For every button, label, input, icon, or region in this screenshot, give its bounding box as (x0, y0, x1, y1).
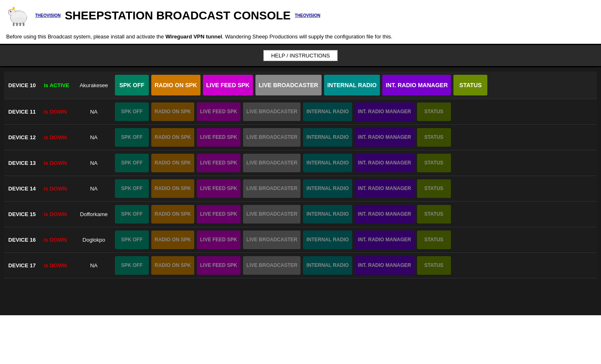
live-bcast-btn-17[interactable]: LIVE BROADCASTER (243, 256, 300, 275)
help-instructions-button[interactable]: HELP / INSTRUCTIONS (263, 50, 338, 61)
int-mgr-btn-13[interactable]: INT. RADIO MANAGER (355, 154, 415, 172)
live-bcast-btn-13[interactable]: LIVE BROADCASTER (243, 154, 300, 172)
live-bcast-btn-14[interactable]: LIVE BROADCASTER (243, 179, 300, 198)
spk-off-btn-13[interactable]: SPK OFF (115, 154, 149, 172)
sheep-logo (6, 4, 31, 27)
live-feed-btn-12[interactable]: LIVE FEED SPK (197, 128, 241, 147)
live-feed-btn-16[interactable]: LIVE FEED SPK (197, 231, 241, 249)
device-name-17: NA (75, 262, 112, 269)
device-status-10: is ACTIVE (44, 82, 73, 88)
live-bcast-btn-15[interactable]: LIVE BROADCASTER (243, 205, 300, 224)
svg-point-2 (10, 11, 12, 12)
live-bcast-btn-16[interactable]: LIVE BROADCASTER (243, 231, 300, 249)
device-name-11: NA (75, 109, 112, 115)
notice-text-before: Before using this Broadcast system, plea… (6, 33, 165, 40)
int-radio-btn-14[interactable]: INTERNAL RADIO (303, 179, 352, 198)
live-bcast-btn-10[interactable]: LIVE BROADCASTER (255, 75, 322, 95)
radio-spk-btn-14[interactable]: RADIO ON SPK (151, 179, 194, 198)
live-feed-btn-14[interactable]: LIVE FEED SPK (197, 179, 241, 198)
int-radio-btn-13[interactable]: INTERNAL RADIO (303, 154, 352, 172)
device-label-10: DEVICE 10 (8, 82, 41, 88)
theovision-right: THEOVISION (295, 13, 320, 18)
header: THEOVISION SHEEPSTATION BROADCAST CONSOL… (0, 0, 601, 31)
device-row-13: DEVICE 13is DOWNNASPK OFFRADIO ON SPKLIV… (4, 150, 597, 176)
int-mgr-btn-17[interactable]: INT. RADIO MANAGER (355, 256, 415, 275)
int-radio-btn-11[interactable]: INTERNAL RADIO (303, 102, 352, 121)
status-btn-10[interactable]: STATUS (453, 75, 487, 95)
spk-off-btn-16[interactable]: SPK OFF (115, 231, 149, 249)
svg-rect-7 (23, 23, 24, 26)
device-row-16: DEVICE 16is DOWNDoglokpoSPK OFFRADIO ON … (4, 227, 597, 253)
device-name-10: Akurakesee (75, 82, 112, 88)
spk-off-btn-12[interactable]: SPK OFF (115, 128, 149, 147)
status-btn-13[interactable]: STATUS (417, 154, 451, 172)
device-status-14: is DOWN (44, 186, 73, 192)
help-bar: HELP / INSTRUCTIONS (0, 44, 601, 67)
status-btn-15[interactable]: STATUS (417, 205, 451, 224)
int-radio-btn-12[interactable]: INTERNAL RADIO (303, 128, 352, 147)
live-feed-btn-10[interactable]: LIVE FEED SPK (203, 75, 253, 95)
int-radio-btn-16[interactable]: INTERNAL RADIO (303, 231, 352, 249)
device-status-13: is DOWN (44, 160, 73, 166)
svg-point-13 (13, 7, 14, 9)
int-mgr-btn-14[interactable]: INT. RADIO MANAGER (355, 179, 415, 198)
spk-off-btn-10[interactable]: SPK OFF (115, 75, 149, 95)
device-row-14: DEVICE 14is DOWNNASPK OFFRADIO ON SPKLIV… (4, 176, 597, 202)
radio-spk-btn-10[interactable]: RADIO ON SPK (151, 75, 200, 95)
spk-off-btn-11[interactable]: SPK OFF (115, 102, 149, 121)
svg-point-10 (22, 13, 27, 18)
radio-spk-btn-15[interactable]: RADIO ON SPK (151, 205, 194, 224)
svg-rect-6 (19, 23, 21, 26)
device-name-15: Dofforkame (75, 211, 112, 217)
device-label-12: DEVICE 12 (8, 134, 41, 140)
live-feed-btn-17[interactable]: LIVE FEED SPK (197, 256, 241, 275)
int-mgr-btn-11[interactable]: INT. RADIO MANAGER (355, 102, 415, 121)
notice: Before using this Broadcast system, plea… (0, 31, 601, 44)
int-mgr-btn-16[interactable]: INT. RADIO MANAGER (355, 231, 415, 249)
device-row-15: DEVICE 15is DOWNDofforkameSPK OFFRADIO O… (4, 202, 597, 227)
status-btn-12[interactable]: STATUS (417, 128, 451, 147)
status-btn-11[interactable]: STATUS (417, 102, 451, 121)
device-row-12: DEVICE 12is DOWNNASPK OFFRADIO ON SPKLIV… (4, 125, 597, 150)
vpn-label: Wireguard VPN tunnel (165, 33, 222, 40)
device-row-17: DEVICE 17is DOWNNASPK OFFRADIO ON SPKLIV… (4, 253, 597, 278)
radio-spk-btn-12[interactable]: RADIO ON SPK (151, 128, 194, 147)
int-mgr-btn-15[interactable]: INT. RADIO MANAGER (355, 205, 415, 224)
device-name-16: Doglokpo (75, 237, 112, 243)
device-status-16: is DOWN (44, 237, 73, 243)
live-feed-btn-15[interactable]: LIVE FEED SPK (197, 205, 241, 224)
live-bcast-btn-12[interactable]: LIVE BROADCASTER (243, 128, 300, 147)
int-mgr-btn-12[interactable]: INT. RADIO MANAGER (355, 128, 415, 147)
device-name-14: NA (75, 186, 112, 192)
notice-text-after: . Wandering Sheep Productions will suppl… (222, 33, 392, 40)
spk-off-btn-14[interactable]: SPK OFF (115, 179, 149, 198)
live-feed-btn-11[interactable]: LIVE FEED SPK (197, 102, 241, 121)
status-btn-17[interactable]: STATUS (417, 256, 451, 275)
device-name-13: NA (75, 160, 112, 166)
int-radio-btn-15[interactable]: INTERNAL RADIO (303, 205, 352, 224)
main-title: SHEEPSTATION BROADCAST CONSOLE (65, 9, 291, 22)
spk-off-btn-17[interactable]: SPK OFF (115, 256, 149, 275)
int-radio-btn-10[interactable]: INTERNAL RADIO (324, 75, 380, 95)
device-label-15: DEVICE 15 (8, 211, 41, 217)
status-btn-16[interactable]: STATUS (417, 231, 451, 249)
svg-point-3 (8, 10, 11, 11)
spk-off-btn-15[interactable]: SPK OFF (115, 205, 149, 224)
live-feed-btn-13[interactable]: LIVE FEED SPK (197, 154, 241, 172)
device-row-11: DEVICE 11is DOWNNASPK OFFRADIO ON SPKLIV… (4, 99, 597, 125)
device-label-17: DEVICE 17 (8, 262, 41, 269)
int-radio-btn-17[interactable]: INTERNAL RADIO (303, 256, 352, 275)
svg-rect-5 (16, 23, 18, 26)
device-status-15: is DOWN (44, 211, 73, 217)
live-bcast-btn-11[interactable]: LIVE BROADCASTER (243, 102, 300, 121)
theovision-left: THEOVISION (35, 13, 61, 18)
radio-spk-btn-17[interactable]: RADIO ON SPK (151, 256, 194, 275)
status-btn-14[interactable]: STATUS (417, 179, 451, 198)
radio-spk-btn-16[interactable]: RADIO ON SPK (151, 231, 194, 249)
console-area: DEVICE 10is ACTIVEAkurakeseeSPK OFFRADIO… (0, 67, 601, 315)
device-status-12: is DOWN (44, 134, 73, 140)
int-mgr-btn-10[interactable]: INT. RADIO MANAGER (382, 75, 451, 95)
radio-spk-btn-13[interactable]: RADIO ON SPK (151, 154, 194, 172)
radio-spk-btn-11[interactable]: RADIO ON SPK (151, 102, 194, 121)
device-row-10: DEVICE 10is ACTIVEAkurakeseeSPK OFFRADIO… (4, 71, 597, 99)
